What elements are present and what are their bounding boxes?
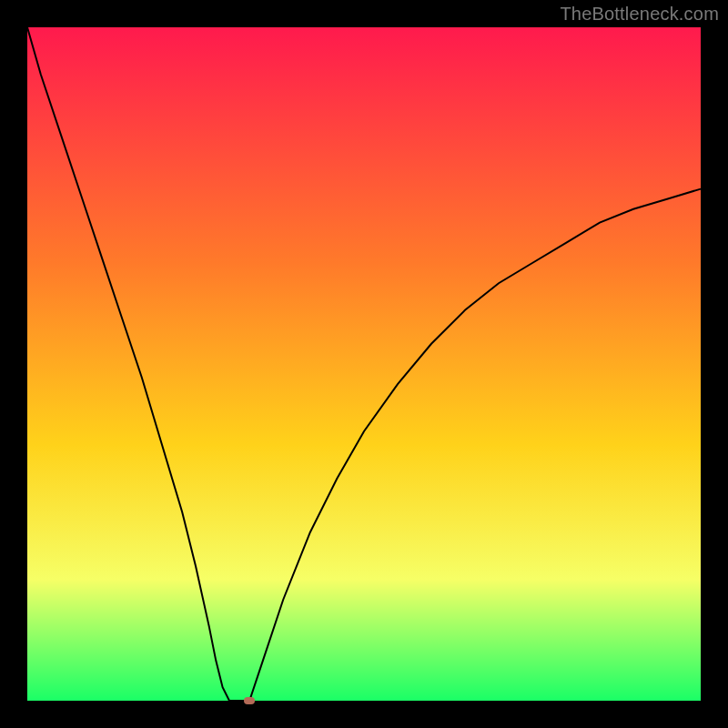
chart-frame: TheBottleneck.com xyxy=(0,0,728,728)
optimum-marker xyxy=(244,697,255,704)
curve-layer xyxy=(27,27,701,701)
bottleneck-curve xyxy=(27,27,701,701)
watermark-text: TheBottleneck.com xyxy=(560,4,719,25)
